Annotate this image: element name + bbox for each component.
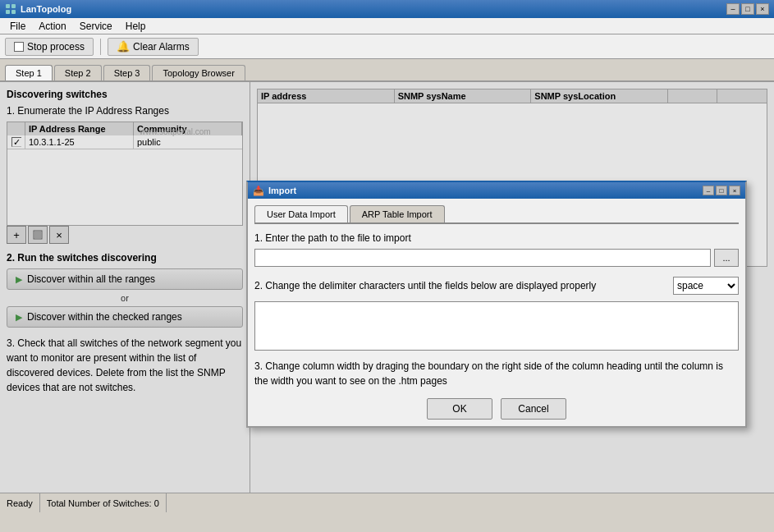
dialog-tabs: User Data Import ARP Table Import [254,205,739,224]
dialog-title-bar: 📥 Import – □ × [248,182,745,199]
clear-alarms-button[interactable]: 🔔 Clear Alarms [108,38,199,56]
dialog-tab-user-data[interactable]: User Data Import [254,205,348,222]
maximize-button[interactable]: □ [741,3,754,15]
toolbar-separator [100,39,101,55]
status-ready: Ready [0,493,40,512]
dialog-step1-label: 1. Enter the path to the file to import [254,232,739,244]
menu-service[interactable]: Service [73,19,119,34]
stop-checkbox-icon [14,42,24,52]
delimiter-select[interactable]: space tab , ; [673,277,739,295]
delimiter-row: 2. Change the delimiter characters until… [254,277,739,295]
menu-help[interactable]: Help [119,19,153,34]
toolbar: Stop process 🔔 Clear Alarms [0,34,774,59]
close-button[interactable]: × [756,3,769,15]
import-dialog: 📥 Import – □ × User Data Import ARP Tabl… [246,181,747,428]
file-input-row: ... [254,249,739,267]
dialog-title: Import [268,186,703,195]
main-content: Discovering switches 1. Enumerate the IP… [0,82,774,512]
svg-rect-1 [11,4,16,8]
app-title: LanTopolog [21,4,726,14]
browse-button[interactable]: ... [714,249,739,267]
dialog-minimize-button[interactable]: – [703,186,714,195]
bell-icon: 🔔 [117,40,130,53]
dialog-icon: 📥 [253,186,264,196]
dialog-overlay: 📥 Import – □ × User Data Import ARP Tabl… [0,82,774,512]
menu-bar: File Action Service Help [0,18,774,34]
menu-file[interactable]: File [3,19,32,34]
dialog-maximize-button[interactable]: □ [716,186,727,195]
dialog-step3-label: 3. Change column width by draging the bo… [254,359,739,388]
dialog-buttons: OK Cancel [254,398,739,420]
tab-topology-browser[interactable]: Topology Browser [152,65,245,80]
dialog-window-controls: – □ × [703,186,740,195]
minimize-button[interactable]: – [726,3,740,15]
stop-process-label: Stop process [27,41,85,53]
preview-area [254,301,739,351]
tabs-bar: Step 1 Step 2 Step 3 Topology Browser [0,59,774,82]
dialog-close-button[interactable]: × [729,186,740,195]
file-path-input[interactable] [254,249,711,267]
dialog-step2-label: 2. Change the delimiter characters until… [254,280,666,291]
ok-button[interactable]: OK [427,398,492,420]
svg-rect-0 [6,4,10,8]
status-total-switches: Total Number of Switches: 0 [40,493,167,512]
app-icon [5,3,16,15]
window-controls: – □ × [726,3,769,15]
title-bar: LanTopolog – □ × [0,0,774,18]
cancel-button[interactable]: Cancel [501,398,566,420]
tab-step1[interactable]: Step 1 [5,65,53,80]
dialog-tab-arp-table[interactable]: ARP Table Import [350,205,445,222]
stop-process-button[interactable]: Stop process [5,38,94,56]
svg-rect-2 [6,10,10,14]
status-bar: Ready Total Number of Switches: 0 [0,493,774,512]
menu-action[interactable]: Action [32,19,72,34]
tab-step2[interactable]: Step 2 [54,65,102,80]
clear-alarms-label: Clear Alarms [133,41,190,53]
svg-rect-3 [11,10,16,14]
dialog-content: User Data Import ARP Table Import 1. Ent… [248,199,745,426]
tab-step3[interactable]: Step 3 [103,65,151,80]
